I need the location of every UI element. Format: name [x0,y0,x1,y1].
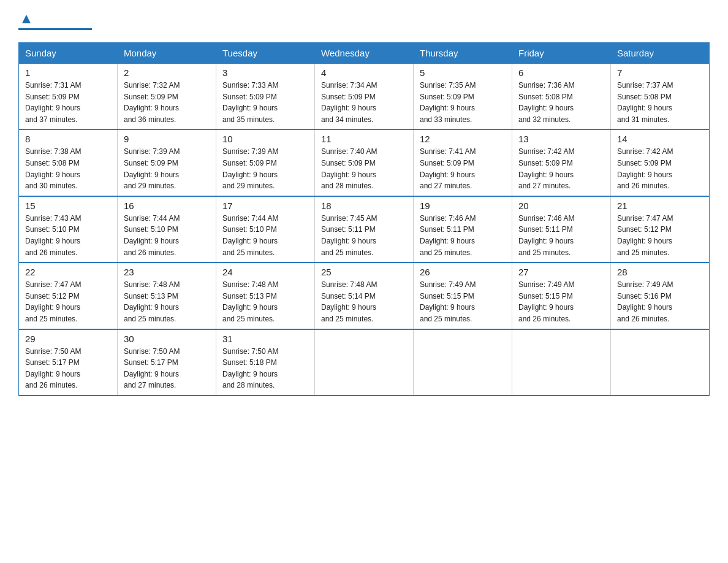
day-info: Sunrise: 7:50 AM Sunset: 5:17 PM Dayligh… [25,346,111,391]
calendar-cell: 20 Sunrise: 7:46 AM Sunset: 5:11 PM Dayl… [512,196,611,262]
day-number: 9 [124,134,210,144]
day-number: 23 [124,267,210,277]
day-number: 19 [420,201,506,211]
calendar-cell: 30 Sunrise: 7:50 AM Sunset: 5:17 PM Dayl… [118,329,216,396]
day-info: Sunrise: 7:49 AM Sunset: 5:15 PM Dayligh… [518,279,604,324]
day-info: Sunrise: 7:49 AM Sunset: 5:16 PM Dayligh… [617,279,703,324]
calendar-cell: 28 Sunrise: 7:49 AM Sunset: 5:16 PM Dayl… [611,262,710,329]
day-number: 11 [321,134,407,144]
day-info: Sunrise: 7:45 AM Sunset: 5:11 PM Dayligh… [321,213,407,258]
day-info: Sunrise: 7:40 AM Sunset: 5:09 PM Dayligh… [321,146,407,191]
header-cell-wednesday: Wednesday [315,43,414,64]
calendar-cell: 31 Sunrise: 7:50 AM Sunset: 5:18 PM Dayl… [216,329,315,396]
calendar-cell [315,329,414,396]
day-number: 2 [124,67,210,78]
calendar-week-4: 22 Sunrise: 7:47 AM Sunset: 5:12 PM Dayl… [19,262,710,329]
day-info: Sunrise: 7:47 AM Sunset: 5:12 PM Dayligh… [25,279,111,324]
day-number: 10 [222,134,308,144]
day-number: 8 [25,134,111,144]
calendar-cell: 5 Sunrise: 7:35 AM Sunset: 5:09 PM Dayli… [414,64,512,130]
calendar-cell: 13 Sunrise: 7:42 AM Sunset: 5:09 PM Dayl… [512,129,611,196]
day-info: Sunrise: 7:37 AM Sunset: 5:08 PM Dayligh… [617,80,703,125]
day-info: Sunrise: 7:44 AM Sunset: 5:10 PM Dayligh… [222,213,308,258]
day-number: 24 [222,267,308,277]
calendar-header: SundayMondayTuesdayWednesdayThursdayFrid… [19,43,710,64]
calendar-cell: 19 Sunrise: 7:46 AM Sunset: 5:11 PM Dayl… [414,196,512,262]
day-info: Sunrise: 7:34 AM Sunset: 5:09 PM Dayligh… [321,80,407,125]
calendar-cell: 17 Sunrise: 7:44 AM Sunset: 5:10 PM Dayl… [216,196,315,262]
page-header [18,12,710,30]
calendar-cell: 26 Sunrise: 7:49 AM Sunset: 5:15 PM Dayl… [414,262,512,329]
day-info: Sunrise: 7:48 AM Sunset: 5:13 PM Dayligh… [124,279,210,324]
day-info: Sunrise: 7:50 AM Sunset: 5:18 PM Dayligh… [222,346,308,391]
logo-triangle-icon [20,12,33,26]
day-info: Sunrise: 7:48 AM Sunset: 5:13 PM Dayligh… [222,279,308,324]
day-info: Sunrise: 7:49 AM Sunset: 5:15 PM Dayligh… [420,279,506,324]
day-number: 31 [222,334,308,344]
header-cell-saturday: Saturday [611,43,710,64]
calendar-cell: 6 Sunrise: 7:36 AM Sunset: 5:08 PM Dayli… [512,64,611,130]
day-number: 25 [321,267,407,277]
day-number: 13 [518,134,604,144]
day-number: 16 [124,201,210,211]
calendar-week-3: 15 Sunrise: 7:43 AM Sunset: 5:10 PM Dayl… [19,196,710,262]
header-cell-monday: Monday [118,43,216,64]
day-info: Sunrise: 7:36 AM Sunset: 5:08 PM Dayligh… [518,80,604,125]
day-number: 27 [518,267,604,277]
calendar-cell: 25 Sunrise: 7:48 AM Sunset: 5:14 PM Dayl… [315,262,414,329]
calendar-cell: 7 Sunrise: 7:37 AM Sunset: 5:08 PM Dayli… [611,64,710,130]
day-number: 26 [420,267,506,277]
day-info: Sunrise: 7:48 AM Sunset: 5:14 PM Dayligh… [321,279,407,324]
day-info: Sunrise: 7:42 AM Sunset: 5:09 PM Dayligh… [518,146,604,191]
day-info: Sunrise: 7:41 AM Sunset: 5:09 PM Dayligh… [420,146,506,191]
calendar-cell: 22 Sunrise: 7:47 AM Sunset: 5:12 PM Dayl… [19,262,118,329]
day-info: Sunrise: 7:31 AM Sunset: 5:09 PM Dayligh… [25,80,111,125]
day-number: 1 [25,67,111,78]
calendar-cell: 8 Sunrise: 7:38 AM Sunset: 5:08 PM Dayli… [19,129,118,196]
header-row: SundayMondayTuesdayWednesdayThursdayFrid… [19,43,710,64]
header-cell-tuesday: Tuesday [216,43,315,64]
calendar-cell [512,329,611,396]
calendar-week-2: 8 Sunrise: 7:38 AM Sunset: 5:08 PM Dayli… [19,129,710,196]
calendar-week-1: 1 Sunrise: 7:31 AM Sunset: 5:09 PM Dayli… [19,64,710,130]
day-info: Sunrise: 7:33 AM Sunset: 5:09 PM Dayligh… [222,80,308,125]
calendar-cell [611,329,710,396]
day-info: Sunrise: 7:38 AM Sunset: 5:08 PM Dayligh… [25,146,111,191]
day-number: 22 [25,267,111,277]
day-info: Sunrise: 7:46 AM Sunset: 5:11 PM Dayligh… [420,213,506,258]
calendar-table: SundayMondayTuesdayWednesdayThursdayFrid… [18,42,710,396]
calendar-cell: 15 Sunrise: 7:43 AM Sunset: 5:10 PM Dayl… [19,196,118,262]
calendar-cell: 10 Sunrise: 7:39 AM Sunset: 5:09 PM Dayl… [216,129,315,196]
calendar-cell: 11 Sunrise: 7:40 AM Sunset: 5:09 PM Dayl… [315,129,414,196]
calendar-cell: 9 Sunrise: 7:39 AM Sunset: 5:09 PM Dayli… [118,129,216,196]
day-number: 12 [420,134,506,144]
day-number: 17 [222,201,308,211]
calendar-cell: 16 Sunrise: 7:44 AM Sunset: 5:10 PM Dayl… [118,196,216,262]
day-number: 30 [124,334,210,344]
header-cell-friday: Friday [512,43,611,64]
calendar-cell: 24 Sunrise: 7:48 AM Sunset: 5:13 PM Dayl… [216,262,315,329]
calendar-cell: 18 Sunrise: 7:45 AM Sunset: 5:11 PM Dayl… [315,196,414,262]
day-number: 18 [321,201,407,211]
calendar-cell: 29 Sunrise: 7:50 AM Sunset: 5:17 PM Dayl… [19,329,118,396]
day-info: Sunrise: 7:47 AM Sunset: 5:12 PM Dayligh… [617,213,703,258]
day-info: Sunrise: 7:35 AM Sunset: 5:09 PM Dayligh… [420,80,506,125]
calendar-cell: 3 Sunrise: 7:33 AM Sunset: 5:09 PM Dayli… [216,64,315,130]
calendar-cell: 27 Sunrise: 7:49 AM Sunset: 5:15 PM Dayl… [512,262,611,329]
day-number: 3 [222,67,308,78]
day-info: Sunrise: 7:44 AM Sunset: 5:10 PM Dayligh… [124,213,210,258]
calendar-cell: 2 Sunrise: 7:32 AM Sunset: 5:09 PM Dayli… [118,64,216,130]
calendar-cell: 4 Sunrise: 7:34 AM Sunset: 5:09 PM Dayli… [315,64,414,130]
day-number: 21 [617,201,703,211]
day-number: 15 [25,201,111,211]
header-cell-sunday: Sunday [19,43,118,64]
day-number: 4 [321,67,407,78]
day-number: 6 [518,67,604,78]
day-info: Sunrise: 7:39 AM Sunset: 5:09 PM Dayligh… [124,146,210,191]
calendar-cell: 21 Sunrise: 7:47 AM Sunset: 5:12 PM Dayl… [611,196,710,262]
day-number: 20 [518,201,604,211]
day-number: 28 [617,267,703,277]
calendar-cell: 14 Sunrise: 7:42 AM Sunset: 5:09 PM Dayl… [611,129,710,196]
calendar-body: 1 Sunrise: 7:31 AM Sunset: 5:09 PM Dayli… [19,64,710,396]
day-info: Sunrise: 7:43 AM Sunset: 5:10 PM Dayligh… [25,213,111,258]
